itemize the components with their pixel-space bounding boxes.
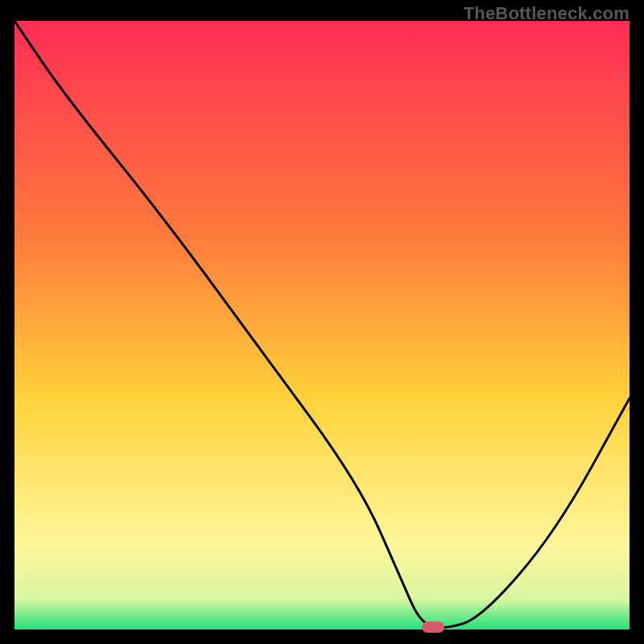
bottleneck-chart [14, 21, 630, 630]
chart-container: TheBottleneck.com [0, 0, 644, 644]
gradient-bg [14, 21, 630, 630]
optimum-marker [422, 621, 444, 633]
